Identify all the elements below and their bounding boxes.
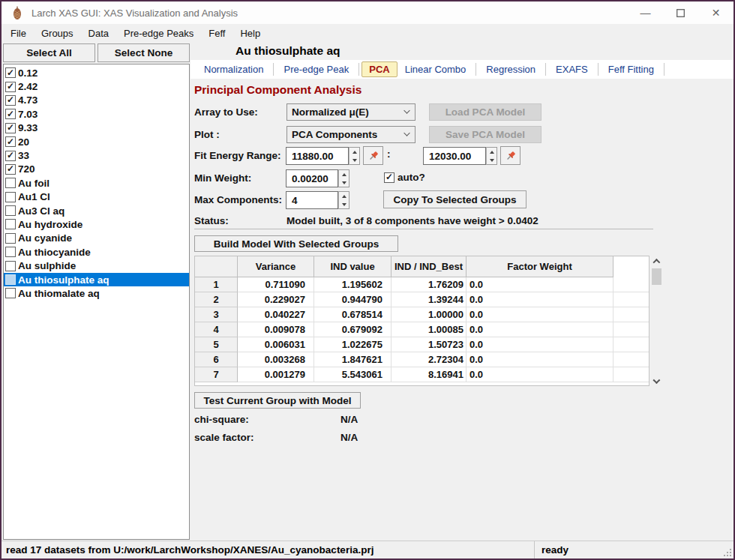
list-item[interactable]: Au cyanide (4, 232, 189, 245)
maximize-icon[interactable] (663, 1, 698, 24)
row-label: 6 (195, 352, 238, 367)
checkbox-icon[interactable] (5, 164, 16, 175)
tab-feff-fitting[interactable]: Feff Fitting (601, 61, 662, 77)
table-row[interactable]: 7 0.001279 5.543061 8.16941 0.0 (195, 367, 649, 382)
select-all-button[interactable]: Select All (3, 43, 95, 62)
scroll-up-icon[interactable] (651, 256, 662, 267)
list-item[interactable]: Au thiocyanide (4, 245, 189, 259)
list-item[interactable]: Au thiomalate aq (4, 286, 189, 300)
list-item[interactable]: Au sulphide (4, 259, 189, 272)
menu-file[interactable]: File (3, 25, 34, 41)
menu-help[interactable]: Help (232, 25, 268, 41)
cell-variance: 0.711090 (238, 277, 314, 292)
pin-button[interactable] (363, 146, 383, 165)
checkbox-icon[interactable] (5, 136, 16, 147)
list-item[interactable]: Au3 Cl aq (4, 204, 189, 217)
save-pca-model-button[interactable]: Save PCA Model (429, 126, 542, 143)
tab-pca[interactable]: PCA (362, 61, 397, 77)
list-item[interactable]: 720 (4, 163, 189, 176)
tab-separator (545, 63, 546, 76)
auto-checkbox[interactable]: auto? (384, 172, 425, 183)
array-to-use-label: Array to Use: (194, 106, 258, 118)
spin-up-icon[interactable] (339, 170, 349, 178)
table-row[interactable]: 6 0.003268 1.847621 2.72304 0.0 (195, 352, 649, 367)
resize-grip-icon[interactable] (724, 549, 732, 557)
plot-select[interactable]: PCA Components (286, 126, 416, 143)
tab-separator (664, 63, 664, 76)
checkbox-icon[interactable] (5, 274, 16, 285)
scale-factor-value: N/A (340, 432, 358, 443)
list-item[interactable]: 20 (4, 135, 189, 148)
array-to-use-select[interactable]: Normalized μ(E) (286, 103, 416, 121)
scroll-down-icon[interactable] (651, 376, 662, 387)
checkbox-icon[interactable] (5, 95, 16, 106)
row-label: 2 (195, 292, 238, 307)
list-item[interactable]: Au hydroxide (4, 217, 189, 231)
menu-pre-edge-peaks[interactable]: Pre-edge Peaks (116, 25, 201, 41)
tab-regression[interactable]: Regression (478, 61, 543, 77)
window-title: Larch XAS GUI: XAS Visualization and Ana… (32, 7, 238, 19)
build-model-button[interactable]: Build Model With Selected Groups (194, 235, 398, 252)
list-item[interactable]: Au thiosulphate aq (4, 273, 189, 286)
fit-energy-min-input[interactable]: 11880.00 (286, 147, 349, 165)
menu-data[interactable]: Data (81, 25, 116, 41)
list-item[interactable]: 4.73 (4, 94, 189, 107)
spin-up-icon[interactable] (487, 148, 496, 156)
spin-down-icon[interactable] (350, 156, 359, 164)
statusbar-message: read 17 datasets from U:/work/LarchWorks… (2, 541, 535, 559)
tab-pre-edge-peak[interactable]: Pre-edge Peak (276, 61, 356, 77)
checkbox-icon[interactable] (5, 151, 16, 161)
list-item[interactable]: Au foil (4, 176, 189, 190)
scrollbar-thumb[interactable] (652, 268, 662, 285)
list-item[interactable]: 33 (4, 148, 189, 162)
min-weight-input[interactable]: 0.00200 (286, 169, 338, 187)
table-row[interactable]: 5 0.006031 1.022675 1.50723 0.0 (195, 337, 649, 352)
spin-down-icon[interactable] (339, 178, 349, 187)
checkbox-icon[interactable] (5, 178, 16, 188)
close-icon[interactable]: ✕ (698, 1, 734, 24)
menu-groups[interactable]: Groups (34, 25, 81, 41)
checkbox-icon[interactable] (5, 123, 16, 133)
grid-scrollbar[interactable] (651, 256, 662, 387)
checkbox-icon[interactable] (5, 205, 16, 216)
plot-value: PCA Components (292, 129, 377, 140)
table-row[interactable]: 1 0.711090 1.195602 1.76209 0.0 (195, 277, 649, 292)
checkbox-icon[interactable] (5, 261, 16, 271)
tab-normalization[interactable]: Normalization (196, 61, 271, 77)
spin-down-icon[interactable] (487, 156, 496, 164)
pin-button[interactable] (500, 146, 520, 165)
tab-linear-combo[interactable]: Linear Combo (398, 61, 474, 77)
checkbox-icon[interactable] (5, 82, 16, 92)
select-none-button[interactable]: Select None (98, 43, 190, 62)
table-row[interactable]: 2 0.229027 0.944790 1.39244 0.0 (195, 292, 649, 307)
pin-icon (368, 150, 380, 162)
max-components-input[interactable]: 4 (286, 191, 338, 209)
menu-feff[interactable]: Feff (201, 25, 232, 41)
load-pca-model-button[interactable]: Load PCA Model (429, 103, 542, 121)
list-item[interactable]: 2.42 (4, 79, 189, 93)
table-row[interactable]: 3 0.040227 0.678514 1.00000 0.0 (195, 307, 649, 322)
tab-exafs[interactable]: EXAFS (548, 61, 596, 77)
list-item-label: Au thiocyanide (18, 247, 91, 258)
checkbox-icon[interactable] (5, 247, 16, 257)
spin-down-icon[interactable] (339, 200, 349, 208)
array-to-use-value: Normalized μ(E) (292, 106, 369, 118)
table-row[interactable]: 4 0.009078 0.679092 1.00085 0.0 (195, 322, 649, 337)
checkbox-icon[interactable] (5, 109, 16, 119)
checkbox-icon[interactable] (5, 219, 16, 229)
spin-up-icon[interactable] (339, 192, 349, 200)
minimize-icon[interactable]: — (628, 1, 663, 24)
checkbox-icon[interactable] (5, 233, 16, 244)
checkbox-icon[interactable] (5, 67, 16, 78)
checkbox-icon[interactable] (5, 288, 16, 298)
list-item[interactable]: Au1 Cl (4, 190, 189, 204)
list-item[interactable]: 7.03 (4, 107, 189, 121)
checkbox-icon[interactable] (5, 192, 16, 202)
cell-variance: 0.229027 (238, 292, 314, 307)
fit-energy-max-input[interactable]: 12030.00 (423, 147, 486, 165)
spin-up-icon[interactable] (350, 148, 359, 156)
test-current-group-button[interactable]: Test Current Group with Model (194, 392, 361, 409)
list-item[interactable]: 0.12 (4, 66, 189, 79)
list-item[interactable]: 9.33 (4, 121, 189, 135)
copy-to-selected-groups-button[interactable]: Copy To Selected Groups (383, 190, 526, 208)
